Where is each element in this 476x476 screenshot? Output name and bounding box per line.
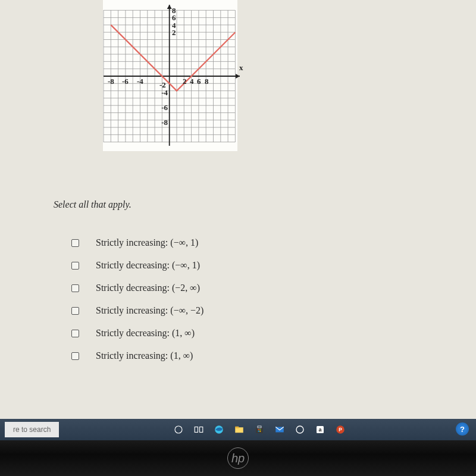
option-row: Strictly decreasing: (−∞, 1) [71,258,203,273]
amazon-icon[interactable]: a [311,421,329,439]
svg-text:-8: -8 [161,118,168,127]
circle-app-icon[interactable] [291,421,309,439]
option-label: Strictly increasing: (−∞, −2) [96,305,203,316]
checkbox[interactable] [71,262,79,270]
svg-text:6: 6 [197,77,201,86]
svg-rect-58 [195,427,198,433]
taskbar: re to search a P [0,419,476,440]
svg-text:P: P [339,427,343,433]
option-row: Strictly increasing: (1, ∞) [71,348,203,364]
svg-rect-67 [258,431,259,432]
task-view-icon[interactable] [190,421,208,439]
option-row: Strictly increasing: (−∞, −2) [71,303,203,318]
svg-rect-65 [258,429,259,430]
option-label: Strictly decreasing: (−∞, 1) [96,260,200,271]
svg-point-57 [175,426,182,433]
svg-text:4: 4 [190,77,194,86]
edge-icon[interactable] [210,421,228,439]
laptop-bezel: hp [0,440,476,476]
svg-marker-39 [236,74,240,79]
svg-rect-59 [200,427,203,433]
option-row: Strictly increasing: (−∞, 1) [71,235,203,250]
screen-content: x 8 6 4 2 -8 -6 -4 -2 2 4 6 8 -4 -6 -8 S… [0,0,476,428]
svg-rect-63 [256,428,263,433]
svg-rect-66 [260,429,261,430]
svg-point-70 [296,426,303,433]
search-text: re to search [13,425,51,434]
help-icon[interactable]: ? [456,422,469,436]
svg-text:-6: -6 [122,77,129,86]
svg-text:2: 2 [183,77,187,86]
option-row: Strictly decreasing: (−2, ∞) [71,280,203,296]
checkbox[interactable] [71,352,79,360]
graph: x 8 6 4 2 -8 -6 -4 -2 2 4 6 8 -4 -6 -8 [92,0,247,163]
svg-text:x: x [239,63,243,72]
mail-icon[interactable] [271,421,289,439]
hp-logo: hp [227,447,249,469]
svg-text:-6: -6 [161,103,168,112]
option-row: Strictly decreasing: (1, ∞) [71,325,203,341]
option-label: Strictly increasing: (−∞, 1) [96,237,198,248]
options-list: Strictly increasing: (−∞, 1) Strictly de… [71,235,203,371]
checkbox[interactable] [71,330,79,337]
option-label: Strictly decreasing: (−2, ∞) [96,283,200,293]
svg-text:-4: -4 [161,88,168,97]
svg-text:-4: -4 [137,77,143,86]
file-explorer-icon[interactable] [230,421,248,439]
option-label: Strictly decreasing: (1, ∞) [96,328,195,339]
cortana-icon[interactable] [170,421,187,439]
option-label: Strictly increasing: (1, ∞) [96,350,193,361]
checkbox[interactable] [71,239,79,247]
svg-rect-64 [258,426,261,428]
prompt-text: Select all that apply. [54,199,131,210]
powerpoint-icon[interactable]: P [331,421,349,439]
search-box[interactable]: re to search [5,422,59,437]
svg-rect-68 [260,431,261,432]
svg-text:-8: -8 [108,77,114,86]
checkbox[interactable] [71,284,79,292]
store-icon[interactable] [250,421,268,439]
svg-rect-62 [236,427,239,428]
svg-text:8: 8 [205,77,209,86]
svg-text:2: 2 [172,28,176,37]
svg-rect-0 [103,0,237,151]
checkbox[interactable] [71,307,79,315]
